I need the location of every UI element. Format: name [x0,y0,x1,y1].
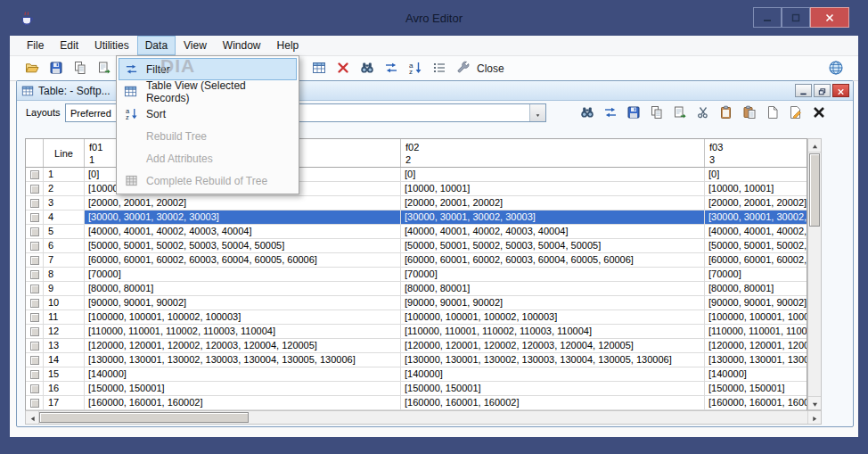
cell-f01: [110000, 110001, 110002, 110003, 110004] [85,325,401,338]
table-row[interactable]: 3[20000, 20001, 20002][20000, 20001, 200… [26,196,807,210]
export-button[interactable] [94,59,114,77]
copy-button[interactable] [648,103,666,121]
sort-az-button[interactable]: az [405,59,425,77]
menu-window[interactable]: Window [215,36,269,55]
row-select-cell [26,367,44,381]
row-checkbox[interactable] [30,327,39,336]
minimize-button[interactable] [753,7,782,28]
header-f02[interactable]: f02 2 [401,139,705,167]
paste-button[interactable] [717,103,735,121]
cell-line: 13 [44,339,85,352]
table-row[interactable]: 12[110000, 110001, 110002, 110003, 11000… [26,325,807,339]
row-checkbox[interactable] [30,384,39,393]
paste-doc-button[interactable] [741,103,758,121]
menu-utilities[interactable]: Utilities [86,36,137,55]
row-checkbox[interactable] [30,242,39,251]
paste-doc-icon [742,105,757,120]
row-checkbox[interactable] [30,285,39,293]
row-checkbox[interactable] [30,299,39,308]
row-checkbox[interactable] [30,199,39,208]
data-menu-item-sort[interactable]: azSort [119,103,297,125]
open-folder-button[interactable] [22,59,42,77]
find-icon [580,105,594,120]
mdi-minimize-button[interactable] [795,84,812,97]
header-line[interactable]: Line [44,139,85,167]
table-row[interactable]: 15[140000][140000][140000] [26,367,807,382]
cell-line: 12 [44,325,85,338]
table-row[interactable]: 10[90000, 90001, 90002][90000, 90001, 90… [26,296,807,310]
table-row[interactable]: 14[130000, 130001, 130002, 130003, 13000… [26,353,807,367]
table-row[interactable]: 16[150000, 150001][150000, 150001][15000… [26,382,807,396]
column-name: f01 [89,142,102,153]
cell-f01: [80000, 80001] [85,282,401,295]
delete-button[interactable] [333,59,353,77]
header-f03[interactable]: f03 3 [705,139,807,167]
data-menu-item-table-view-selected-records[interactable]: Table View (Selected Records) [119,80,297,103]
doc-edit-button[interactable] [787,103,805,121]
horizontal-scroll-thumb[interactable] [39,412,249,423]
cell-f01: [90000, 90001, 90002] [85,296,401,310]
table-row[interactable]: 5[40000, 40001, 40002, 40003, 40004][400… [26,225,807,239]
close-button[interactable] [810,7,849,28]
row-checkbox[interactable] [30,170,39,179]
row-checkbox[interactable] [30,227,39,236]
menu-help[interactable]: Help [269,36,307,55]
scroll-right-button[interactable] [807,411,821,424]
data-menu-item-filter[interactable]: Filter [119,58,297,80]
menu-bar: FileEditUtilitiesDataViewWindowHelp [10,36,858,56]
horizontal-scrollbar[interactable] [25,410,822,425]
find-button[interactable] [578,103,596,121]
mdi-close-button[interactable] [832,84,849,97]
mdi-restore-button[interactable] [814,84,831,97]
maximize-button[interactable] [782,7,810,28]
menu-file[interactable]: File [19,36,52,55]
row-checkbox[interactable] [30,270,39,279]
find-button[interactable] [357,59,377,77]
row-select-cell [26,239,44,252]
new-doc-button[interactable] [764,103,782,121]
table-row[interactable]: 4[30000, 30001, 30002, 30003][30000, 300… [26,210,807,225]
cell-f03: [0] [705,168,807,181]
row-checkbox[interactable] [30,185,39,194]
table-row[interactable]: 9[80000, 80001][80000, 80001][80000, 800… [26,282,807,296]
row-checkbox[interactable] [30,356,39,365]
save-button[interactable] [625,103,643,121]
vertical-scrollbar[interactable] [807,138,822,410]
vertical-scroll-thumb[interactable] [809,153,820,227]
menu-view[interactable]: View [176,36,215,55]
row-checkbox[interactable] [30,213,39,222]
scroll-up-button[interactable] [808,139,821,153]
row-checkbox[interactable] [30,370,39,379]
toolbar-close-button[interactable]: Close [477,62,504,75]
swap-arrows-button[interactable] [602,103,619,121]
menu-edit[interactable]: Edit [52,36,86,55]
copy-button[interactable] [70,59,90,77]
open-folder-icon [25,61,39,75]
combo-dropdown-button[interactable] [529,104,545,121]
table-button[interactable] [309,59,329,77]
list-button[interactable] [430,59,449,77]
menu-data[interactable]: Data [137,36,176,55]
table-row[interactable]: 11[100000, 100001, 100002, 100003][10000… [26,310,807,325]
table-row[interactable]: 17[160000, 160001, 160002][160000, 16000… [26,396,807,410]
row-checkbox[interactable] [30,313,39,322]
save-button[interactable] [46,59,66,77]
scroll-down-button[interactable] [808,396,821,409]
wrench-button[interactable] [454,59,473,77]
table-row[interactable]: 6[50000, 50001, 50002, 50003, 50004, 500… [26,239,807,253]
row-checkbox[interactable] [30,399,39,408]
row-checkbox[interactable] [30,342,39,351]
table-row[interactable]: 13[120000, 120001, 120002, 120003, 12000… [26,339,807,353]
table-row[interactable]: 7[60000, 60001, 60002, 60003, 60004, 600… [26,253,807,268]
scroll-left-button[interactable] [26,411,39,424]
cut-button[interactable] [694,103,712,121]
row-checkbox[interactable] [30,256,39,265]
close-x-button[interactable] [810,103,828,121]
cell-f02: [20000, 20001, 20002] [401,196,705,210]
export-button[interactable] [671,103,689,121]
cell-line: 3 [44,196,85,210]
swap-arrows-button[interactable] [381,59,401,77]
cell-line: 16 [44,382,85,395]
table-row[interactable]: 8[70000][70000][70000] [26,268,807,282]
globe-icon[interactable] [828,60,844,76]
